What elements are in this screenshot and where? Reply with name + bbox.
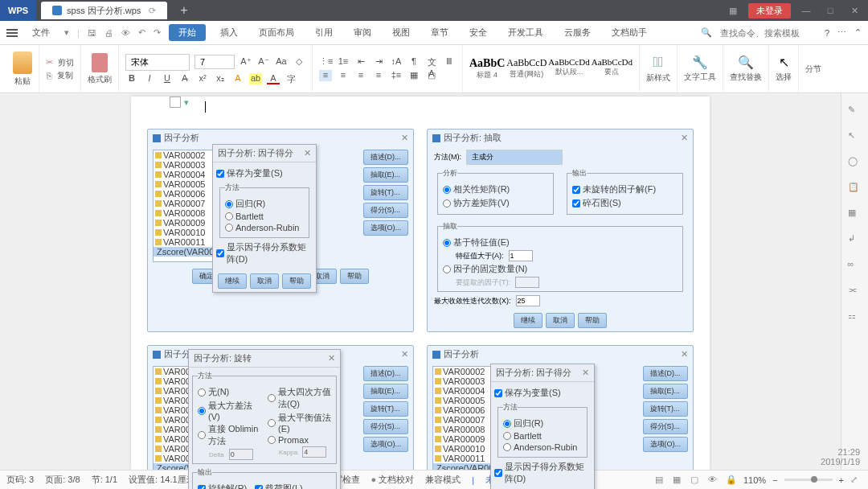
rotate-button[interactable]: 旋转(T)... <box>363 401 409 417</box>
scree-checkbox[interactable]: 碎石图(S) <box>572 197 678 209</box>
oblimin-radio[interactable]: 直接 Oblimin 方法 <box>198 423 261 447</box>
quartimax-radio[interactable]: 最大四次方值法(Q) <box>268 386 331 410</box>
fixed-radio[interactable]: 因子的固定数量(N) <box>443 263 678 275</box>
sort-icon[interactable]: ↕A <box>390 56 403 68</box>
clear-format-icon[interactable]: ◇ <box>293 56 305 68</box>
share-icon[interactable]: ∞ <box>848 259 862 273</box>
eigen-radio[interactable]: 基于特征值(E) <box>443 236 678 249</box>
zoom-level[interactable]: 110% <box>743 475 766 485</box>
anderson-rubin-radio[interactable]: Anderson-Rubin <box>225 223 304 232</box>
undo-icon[interactable]: ↶ <box>138 27 145 38</box>
italic-icon[interactable]: I <box>143 73 156 84</box>
regression-radio[interactable]: 回归(R) <box>225 198 304 210</box>
grow-font-icon[interactable]: A⁺ <box>240 56 252 68</box>
subscript-icon[interactable]: x₂ <box>214 73 227 84</box>
print-icon[interactable]: 🖨 <box>104 28 113 38</box>
extract-button[interactable]: 抽取(E)... <box>643 384 689 399</box>
close-button[interactable]: ✕ <box>845 6 863 16</box>
paste-icon[interactable] <box>13 51 32 74</box>
extract-button[interactable]: 抽取(E)... <box>363 384 409 399</box>
preview-icon[interactable]: 👁 <box>121 28 130 38</box>
cancel-button[interactable]: 取消 <box>546 313 575 328</box>
new-style-icon[interactable]: Ａ̂ <box>653 54 663 71</box>
view-print-icon[interactable]: ▤ <box>655 475 666 486</box>
variables-listbox[interactable]: VAR00002 VAR00003 VAR00004 VAR00005 VAR0… <box>432 366 495 479</box>
lock-icon[interactable]: 🔒 <box>726 475 737 486</box>
cut-icon[interactable]: ✂ <box>46 57 53 68</box>
text-tool-icon[interactable]: 🔧 <box>692 55 708 70</box>
continue-button[interactable]: 继续 <box>514 313 542 328</box>
copy-icon[interactable]: ⎘ <box>47 71 52 80</box>
align-justify-icon[interactable]: ≡ <box>372 70 385 81</box>
scores-button[interactable]: 得分(S)... <box>363 203 409 218</box>
menu-view[interactable]: 视图 <box>386 24 416 41</box>
save-icon[interactable]: 🖫 <box>88 28 96 38</box>
hamburger-icon[interactable] <box>6 29 18 37</box>
zoom-slider[interactable] <box>784 479 833 481</box>
view-outline-icon[interactable]: ▢ <box>690 475 702 486</box>
page-view-indicator[interactable]: ▾ <box>170 97 189 108</box>
page[interactable]: ▾ 因子分析✕ VAR00002 VAR00003 VAR00004 VAR00… <box>131 97 710 470</box>
options-button[interactable]: 选项(O)... <box>643 437 689 452</box>
rotate-button[interactable]: 旋转(T)... <box>363 185 409 200</box>
menu-insert[interactable]: 插入 <box>214 24 244 41</box>
indent-dec-icon[interactable]: ⇤ <box>354 56 367 68</box>
describe-button[interactable]: 描述(D)... <box>363 150 409 165</box>
menu-cloud[interactable]: 云服务 <box>558 24 597 41</box>
none-radio[interactable]: 无(N) <box>198 386 261 398</box>
rotate-button[interactable]: 旋转(T)... <box>643 401 689 417</box>
menu-review[interactable]: 审阅 <box>347 24 378 41</box>
corr-radio[interactable]: 相关性矩阵(R) <box>443 183 548 195</box>
align-center-icon[interactable]: ≡ <box>337 70 350 81</box>
borders-icon[interactable]: ▢ <box>425 70 438 81</box>
align-right-icon[interactable]: ≡ <box>354 70 367 81</box>
highlight-icon[interactable]: ab <box>249 73 262 84</box>
help-button[interactable]: 帮助 <box>340 269 369 284</box>
continue-button[interactable]: 继续 <box>218 273 247 289</box>
cursor-icon[interactable]: ↖ <box>848 130 862 145</box>
circle-icon[interactable]: ◯ <box>848 156 862 171</box>
pencil-icon[interactable]: ✎ <box>848 105 862 119</box>
regression-radio[interactable]: 回归(R) <box>503 417 582 429</box>
loading-checkbox[interactable]: 载荷图(L) <box>255 483 302 489</box>
eigen-value-input[interactable] <box>509 250 533 261</box>
cancel-button[interactable]: 取消 <box>250 273 279 289</box>
new-tab-button[interactable]: + <box>180 3 187 18</box>
align-left-icon[interactable]: ≡ <box>319 70 332 81</box>
more-icon[interactable]: ⋯ <box>837 27 846 38</box>
shrink-font-icon[interactable]: A⁻ <box>257 56 270 68</box>
promax-radio[interactable]: Promax <box>268 435 331 445</box>
font-select[interactable]: 宋体 <box>125 54 190 71</box>
strike-icon[interactable]: A̶ <box>178 73 191 84</box>
search-input[interactable] <box>720 28 817 38</box>
delta-input[interactable] <box>229 449 253 460</box>
maxiter-input[interactable] <box>516 295 540 306</box>
dialog-close-icon[interactable]: ✕ <box>681 349 688 360</box>
numbering-icon[interactable]: 1≡ <box>337 56 350 68</box>
select-icon[interactable]: ↖ <box>779 55 789 70</box>
eye-icon[interactable]: 👁 <box>708 475 719 486</box>
underline-icon[interactable]: U <box>161 73 174 84</box>
toolbox-icon[interactable]: ▦ <box>848 208 862 222</box>
menu-layout[interactable]: 页面布局 <box>252 24 301 41</box>
zoom-out-icon[interactable]: − <box>772 475 777 485</box>
dialog-close-icon[interactable]: ✕ <box>401 349 408 360</box>
dialog-close-icon[interactable]: ✕ <box>401 133 408 143</box>
dialog-close-icon[interactable]: ✕ <box>681 133 688 143</box>
help-icon[interactable]: ? <box>825 28 829 38</box>
menu-security[interactable]: 安全 <box>463 24 493 41</box>
view-web-icon[interactable]: ▦ <box>673 475 684 486</box>
extract-button[interactable]: 抽取(E)... <box>363 167 409 183</box>
show-matrix-checkbox[interactable]: 显示因子得分系数矩阵(D) <box>216 241 313 265</box>
status-doc-check[interactable]: ● 文档校对 <box>371 474 415 486</box>
menu-start[interactable]: 开始 <box>169 24 206 41</box>
clipboard-icon[interactable]: 📋 <box>848 182 862 196</box>
menu-reference[interactable]: 引用 <box>309 24 339 41</box>
equamax-radio[interactable]: 最大平衡值法(E) <box>268 412 331 434</box>
help-button[interactable]: 帮助 <box>578 313 607 328</box>
tab-close-icon[interactable]: ⟳ <box>149 6 156 16</box>
menu-dev[interactable]: 开发工具 <box>502 24 550 41</box>
bartlett-radio[interactable]: Bartlett <box>503 431 582 441</box>
grid-icon[interactable]: ▦ <box>724 6 742 16</box>
method-select[interactable]: 主成分 <box>466 150 563 165</box>
